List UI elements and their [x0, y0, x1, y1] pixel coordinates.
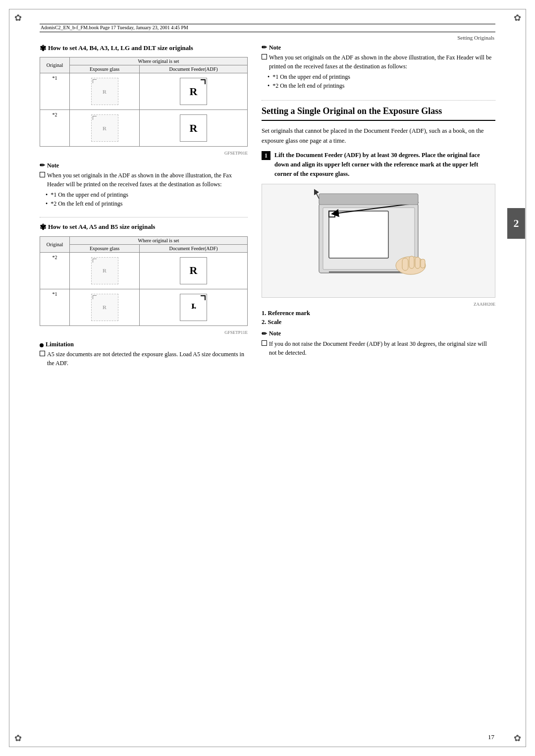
checkbox-icon-2	[262, 54, 267, 59]
limitation-box: Limitation A5 size documents are not det…	[40, 341, 248, 369]
section-label: Setting Originals	[457, 35, 494, 41]
col2-where: Where original is set	[70, 236, 248, 244]
ref-scale-list: 1. Reference mark 2. Scale	[262, 310, 495, 326]
ref-mark: 1. Reference mark	[262, 310, 495, 317]
chapter-tab: 2	[507, 208, 525, 239]
note-top-right-item1: When you set originals on the ADF as sho…	[262, 53, 495, 71]
note-bottom-title: ✏ Note	[262, 330, 495, 338]
exposure-glass-svg: 1 2	[314, 189, 443, 293]
note1-bullet1: • *1 On the upper end of printings	[40, 190, 248, 199]
svg-rect-11	[415, 257, 420, 269]
scale: 2. Scale	[262, 319, 495, 326]
note-bottom-item1: If you do not raise the Document Feeder …	[262, 339, 495, 357]
section1-title: ✾ How to set A4, B4, A3, Lt, LG and DLT …	[40, 44, 248, 54]
header-top-line	[40, 24, 495, 24]
col2-original: Original	[40, 236, 70, 252]
note-top-right-title: ✏ Note	[262, 44, 495, 52]
col2-exposure: Exposure glass	[70, 244, 140, 252]
step1: 1 Lift the Document Feeder (ADF) by at l…	[262, 151, 495, 178]
pencil-icon-1: ✏	[40, 162, 45, 169]
corner-mark-br: ✿	[510, 731, 524, 745]
col-where: Where original is set	[70, 57, 248, 65]
svg-rect-12	[421, 259, 425, 268]
header-filename: AdonisC2_EN_b-f_FM.book Page 17 Tuesday,…	[41, 25, 188, 30]
note-top-right: ✏ Note When you set originals on the ADF…	[262, 44, 495, 90]
section2-img-code: GFSETP11E	[40, 330, 248, 335]
row2a-adf-cell: R	[140, 252, 248, 289]
section2-table: Original Where original is set Exposure …	[40, 236, 248, 326]
row2b-label: *1	[40, 289, 70, 325]
row1-label: *1	[40, 73, 70, 110]
note1-item1: When you set originals in the ADF as sho…	[40, 171, 248, 189]
note-bottom: ✏ Note If you do not raise the Document …	[262, 330, 495, 357]
sun-icon-2: ✾	[40, 222, 46, 233]
header-bottom-line	[40, 32, 495, 32]
row2a-exposure-cell: R	[70, 252, 140, 289]
main-section: Setting a Single Original on the Exposur…	[262, 106, 495, 361]
row2b-exposure-cell: R	[70, 289, 140, 325]
note-top-right-bullet1: • *1 On the upper end of printings	[262, 72, 495, 81]
col-adf: Document Feeder(ADF)	[140, 65, 248, 73]
row1-adf-cell: R	[140, 73, 248, 110]
note-top-right-bullet2: • *2 On the left end of printings	[262, 81, 495, 90]
svg-rect-13	[319, 194, 418, 205]
corner-mark-tl: ✿	[11, 11, 25, 25]
section1-img-code: GFSETP01E	[40, 151, 248, 156]
left-column: ✾ How to set A4, B4, A3, Lt, LG and DLT …	[40, 44, 248, 726]
note1-title: ✏ Note	[40, 162, 248, 169]
row2-exposure-cell: R	[70, 110, 140, 147]
section1-table: Original Where original is set Exposure …	[40, 57, 248, 147]
row2-label: *2	[40, 110, 70, 147]
main-section-title: Setting a Single Original on the Exposur…	[262, 106, 495, 121]
divider2	[262, 100, 495, 101]
row2b-adf-cell: r	[140, 289, 248, 325]
checkbox-icon-3	[262, 340, 267, 346]
section1: ✾ How to set A4, B4, A3, Lt, LG and DLT …	[40, 44, 248, 158]
right-column: ✏ Note When you set originals on the ADF…	[262, 44, 495, 726]
main-body-text: Set originals that cannot be placed in t…	[262, 126, 495, 146]
col-exposure: Exposure glass	[70, 65, 140, 73]
checkbox-icon-1	[40, 172, 45, 177]
checkbox-limitation	[40, 351, 45, 356]
corner-mark-tr: ✿	[510, 11, 524, 25]
section2-title: ✾ How to set A4, A5 and B5 size original…	[40, 222, 248, 233]
limitation-text: A5 size documents are not detected the e…	[40, 350, 248, 368]
sun-icon-1: ✾	[40, 43, 46, 54]
svg-rect-2	[329, 211, 388, 258]
svg-rect-9	[402, 258, 408, 270]
illus-code: ZAAH020E	[262, 302, 495, 307]
divider1	[40, 217, 248, 217]
step-num-box: 1	[262, 151, 270, 160]
note1-bullet2: • *2 On the left end of printings	[40, 199, 248, 208]
col-original: Original	[40, 57, 70, 73]
exposure-glass-illustration: 1 2	[262, 184, 495, 298]
pencil-icon-2: ✏	[262, 44, 267, 52]
col2-adf: Document Feeder(ADF)	[140, 244, 248, 252]
main-content: ✾ How to set A4, B4, A3, Lt, LG and DLT …	[40, 44, 495, 726]
note1: ✏ Note When you set originals in the ADF…	[40, 162, 248, 208]
section2: ✾ How to set A4, A5 and B5 size original…	[40, 222, 248, 336]
row2a-label: *2	[40, 252, 70, 289]
pencil-icon-3: ✏	[262, 330, 267, 338]
limitation-title: Limitation	[40, 341, 248, 348]
bullet-solid-icon	[40, 343, 44, 347]
row2-adf-cell: R	[140, 110, 248, 147]
row1-exposure-cell: R	[70, 73, 140, 110]
svg-rect-10	[409, 256, 414, 269]
page-number: 17	[488, 733, 494, 741]
corner-mark-bl: ✿	[11, 731, 25, 745]
